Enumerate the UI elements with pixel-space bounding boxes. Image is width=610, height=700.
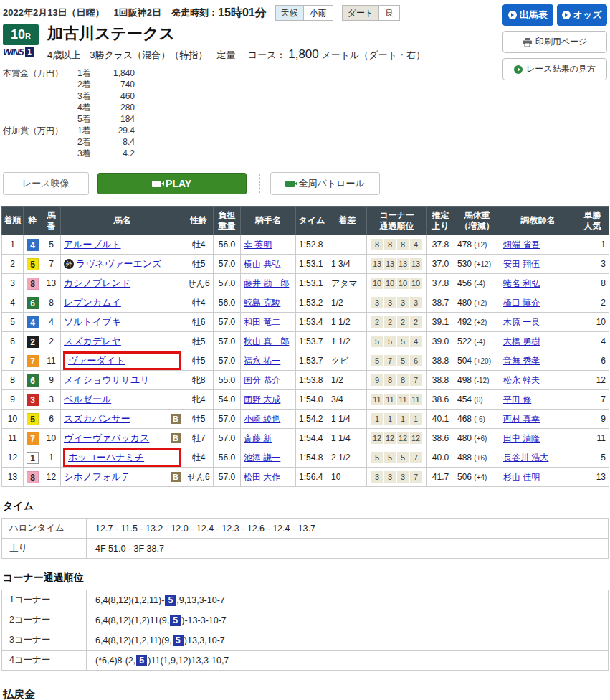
margin-cell: 1 1/4 — [328, 410, 367, 429]
trainer-link[interactable]: 長谷川 浩大 — [503, 453, 548, 463]
time-cell: 1:54.2 — [296, 410, 328, 429]
carried-weight-cell: 57.0 — [214, 255, 241, 274]
trainer-cell: 松永 幹夫 — [500, 371, 576, 390]
body-weight-cell: 506 (+4) — [454, 468, 500, 487]
body-weight-cell: 456 (-4) — [454, 274, 500, 293]
horse-number-cell: 12 — [42, 468, 61, 487]
trainer-link[interactable]: 木原 一良 — [503, 317, 540, 327]
corner-row: 4コーナー(*6,4)8-(2,5)11(1,9,12)13,3-10,7 — [2, 651, 609, 671]
highlighted-horse-number: 5 — [136, 655, 147, 666]
jockey-link[interactable]: 福永 祐一 — [244, 356, 280, 366]
jockey-link[interactable]: 幸 英明 — [244, 240, 272, 250]
result-row: 7711ヴァーダイト牡557.0福永 祐一1:53.7クビ575638.8504… — [2, 351, 609, 371]
results-column-header: 推定 上り — [427, 207, 454, 235]
trainer-link[interactable]: 橋口 慎介 — [503, 298, 540, 308]
corner-order-cell: 2222 — [367, 313, 427, 332]
jockey-link[interactable]: 和田 竜二 — [244, 317, 280, 327]
jockey-cell: 団野 大成 — [241, 390, 296, 410]
horse-name-link[interactable]: レプンカムイ — [64, 296, 121, 309]
jockey-link[interactable]: 藤井 勘一郎 — [244, 278, 289, 288]
prize-place-label: 5着 — [77, 113, 97, 125]
jockey-link[interactable]: 斎藤 新 — [244, 433, 272, 443]
entries-button[interactable]: 出馬表 — [502, 4, 553, 26]
finish-order-cell: 6 — [2, 332, 24, 351]
horse-name-link[interactable]: シホノフォルテ — [64, 470, 130, 483]
corner-order-cell: 12121212 — [367, 429, 427, 448]
horse-name-cell: ベルゼール — [61, 390, 184, 410]
jockey-link[interactable]: 小崎 綾也 — [244, 414, 280, 424]
prize-pair: 3着460 — [69, 90, 135, 102]
body-weight-cell: 498 (-12) — [454, 371, 500, 390]
jockey-link[interactable]: 鮫島 克駿 — [244, 298, 280, 308]
frame-cell: 8 — [24, 468, 42, 487]
carried-weight-cell: 54.0 — [214, 390, 241, 410]
trainer-link[interactable]: 田中 清隆 — [503, 433, 540, 443]
finish-order-cell: 9 — [2, 390, 24, 410]
trainer-link[interactable]: 大橋 勇樹 — [503, 336, 540, 346]
corner-order-cell: 9887 — [367, 371, 427, 390]
odds-button[interactable]: オッズ — [557, 4, 608, 26]
blue-button-row: 出馬表 オッズ — [502, 4, 607, 26]
horse-name-link[interactable]: ラヴネヴァーエンズ — [76, 257, 161, 270]
print-page-button[interactable]: 印刷用ページ — [502, 31, 607, 53]
jockey-link[interactable]: 秋山 真一郎 — [244, 336, 289, 346]
results-table: 着順枠馬 番馬名性齢負担 重量騎手名タイム着差コーナー 通過順位推定 上り馬体重… — [1, 206, 609, 487]
camera-icon — [152, 181, 161, 187]
horse-name-link[interactable]: アルーブルト — [64, 238, 121, 251]
result-guide-button[interactable]: レース結果の見方 — [502, 58, 607, 80]
trainer-link[interactable]: 杉山 佳明 — [503, 472, 540, 482]
horse-name-link[interactable]: スズカデレヤ — [64, 335, 121, 348]
corner-position-box: 4 — [410, 336, 422, 347]
corner-position-box: 6 — [410, 355, 422, 366]
carried-weight-cell: 56.0 — [214, 448, 241, 468]
win-popularity-cell: 12 — [576, 371, 609, 390]
horse-name-link[interactable]: メイショウササユリ — [64, 374, 150, 387]
jockey-link[interactable]: 国分 恭介 — [244, 375, 280, 385]
horse-name-link[interactable]: ソルトイブキ — [64, 316, 121, 328]
horse-name-link[interactable]: ヴィーヴァバッカス — [64, 432, 149, 445]
trainer-link[interactable]: 平田 修 — [503, 394, 531, 405]
jockey-link[interactable]: 池添 謙一 — [244, 453, 280, 463]
body-weight-diff: (+12) — [474, 260, 491, 268]
patrol-video-button[interactable]: 全周パトロール — [270, 172, 380, 195]
trainer-link[interactable]: 畑端 省吾 — [503, 240, 540, 250]
trainer-link[interactable]: 音無 秀孝 — [503, 356, 540, 366]
corner-position-box: 7 — [410, 452, 422, 463]
win5-text: WIN5 — [3, 47, 24, 57]
corner-position-box: 7 — [410, 471, 422, 483]
race-video-button[interactable]: レース映像 — [3, 172, 89, 195]
trainer-cell: 大橋 勇樹 — [500, 332, 576, 351]
play-button[interactable]: PLAY — [97, 173, 247, 194]
horse-name-link[interactable]: カシノブレンド — [64, 277, 130, 290]
jockey-link[interactable]: 団野 大成 — [244, 394, 280, 405]
corner-position-box: 1 — [397, 413, 409, 425]
frame-number-badge: 6 — [27, 374, 39, 387]
frame-number-badge: 8 — [27, 471, 39, 483]
horse-name-link[interactable]: ホッコーハナミチ — [68, 451, 144, 464]
page-action-buttons: 出馬表 オッズ 印刷用ページ レース結果の見方 — [502, 4, 607, 80]
corner-order-cell: 13131313 — [367, 255, 427, 274]
win-popularity-cell: 7 — [576, 390, 609, 410]
corner-order-cell: 3333 — [367, 293, 427, 313]
corner-position-box: 2 — [410, 316, 422, 328]
trainer-link[interactable]: 蛯名 利弘 — [503, 278, 540, 288]
horse-name-link[interactable]: ベルゼール — [64, 393, 111, 406]
body-weight-cell: 478 (+2) — [454, 235, 500, 255]
margin-cell: 1/2 — [328, 371, 367, 390]
added-prize-values: 1着29.42着8.43着4.2 — [69, 125, 135, 159]
jockey-link[interactable]: 松田 大作 — [244, 472, 280, 482]
horse-name-link[interactable]: スズカバンサー — [64, 412, 130, 425]
carried-weight-cell: 55.0 — [214, 371, 241, 390]
frame-cell: 5 — [24, 410, 42, 429]
trainer-link[interactable]: 西村 真幸 — [503, 414, 540, 424]
arrow-circle-icon — [508, 11, 517, 19]
finish-order-cell: 10 — [2, 410, 24, 429]
start-time-label: 発走時刻： — [171, 6, 218, 19]
horse-name-link[interactable]: ヴァーダイト — [68, 354, 125, 367]
trainer-link[interactable]: 松永 幹夫 — [503, 375, 540, 385]
jockey-link[interactable]: 横山 典弘 — [244, 259, 280, 269]
horse-name-wrap: 外ラヴネヴァーエンズ — [64, 257, 181, 270]
race-title: 加古川ステークス — [47, 24, 425, 43]
sex-age-cell: 牝8 — [184, 371, 214, 390]
trainer-link[interactable]: 安田 翔伍 — [503, 259, 540, 269]
